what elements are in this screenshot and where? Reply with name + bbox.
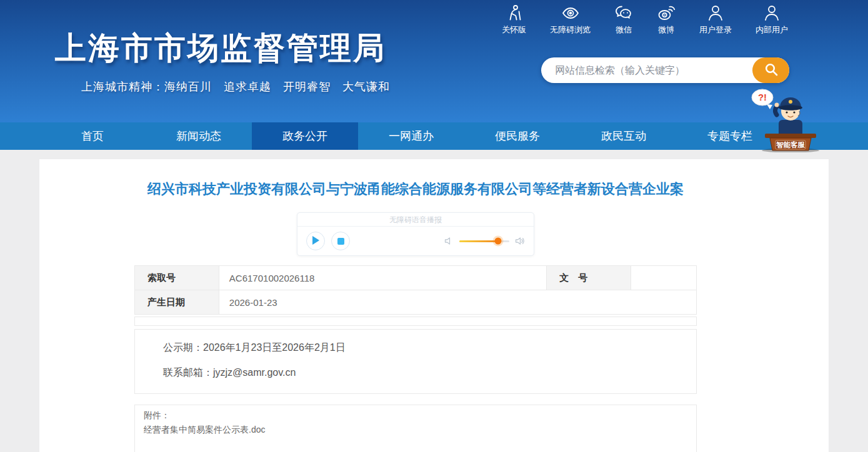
site-brand: 上海市市场监督管理局 上海城市精神：海纳百川 追求卓越 开明睿智 大气谦和 <box>55 27 390 94</box>
mascot-label: 智能客服 <box>776 140 806 149</box>
empty-table-row <box>134 317 697 326</box>
nav-item-home[interactable]: 首页 <box>39 122 146 150</box>
accessibility-audio-player: 无障碍语音播报 <box>297 212 534 256</box>
main-nav: 首页 新闻动态 政务公开 一网通办 便民服务 政民互动 专题专栏 <box>0 122 868 150</box>
document-meta-table: 索取号 AC61701002026118 文 号 产生日期 2026-01-23 <box>134 265 697 315</box>
mascot-speech-bubble: ?! <box>752 89 773 109</box>
eye-icon <box>561 4 580 22</box>
content-card: 绍兴市科技产业投资有限公司与宁波甬能综合能源服务有限公司等经营者新设合营企业案 … <box>39 159 829 452</box>
user-icon <box>762 4 781 22</box>
meta-value-issue-date: 2026-01-23 <box>219 290 696 315</box>
site-header: 关怀版 无障碍浏览 微信 微博 用户登录 <box>0 0 868 122</box>
elderly-icon <box>505 4 524 22</box>
volume-fill <box>459 240 498 242</box>
topbar-link-label: 无障碍浏览 <box>550 24 591 36</box>
meta-value-index-number: AC61701002026118 <box>219 266 546 290</box>
topbar-link-accessibility[interactable]: 无障碍浏览 <box>550 4 591 36</box>
search-button[interactable] <box>752 57 789 83</box>
stop-icon <box>337 238 344 245</box>
audio-player-title: 无障碍语音播报 <box>297 213 534 227</box>
meta-label-index-number: 索取号 <box>135 266 219 290</box>
topbar-link-wechat[interactable]: 微信 <box>614 4 633 36</box>
search-icon <box>764 62 779 79</box>
meta-value-doc-number <box>631 266 697 290</box>
mascot-officer <box>775 97 803 139</box>
contact-email-text: 联系邮箱：jyzjz@samr.gov.cn <box>163 366 684 380</box>
volume-handle[interactable] <box>494 238 501 245</box>
volume-mute-icon <box>444 236 454 246</box>
article-title: 绍兴市科技产业投资有限公司与宁波甬能综合能源服务有限公司等经营者新设合营企业案 <box>134 159 697 200</box>
page-background: 绍兴市科技产业投资有限公司与宁波甬能综合能源服务有限公司等经营者新设合营企业案 … <box>0 150 868 452</box>
volume-loud-icon <box>515 236 525 246</box>
topbar-link-label: 用户登录 <box>699 24 732 36</box>
topbar-link-weibo[interactable]: 微博 <box>657 4 676 36</box>
volume-slider[interactable] <box>459 240 509 242</box>
mascot-podium: 智能客服 <box>765 134 816 150</box>
stop-button[interactable] <box>331 232 350 250</box>
nav-item-news[interactable]: 新闻动态 <box>146 122 252 150</box>
site-title: 上海市市场监督管理局 <box>55 27 390 69</box>
smart-service-mascot[interactable]: ?! 智能客服 <box>749 87 833 152</box>
site-search <box>541 57 789 83</box>
topbar-quick-links: 关怀版 无障碍浏览 微信 微博 用户登录 <box>502 4 788 36</box>
topbar-link-care-version[interactable]: 关怀版 <box>502 4 526 36</box>
topbar-link-label: 微博 <box>658 24 674 36</box>
attachment-file-link[interactable]: 经营者集中简易案件公示表.doc <box>144 425 687 436</box>
notice-box: 公示期：2026年1月23日至2026年2月1日 联系邮箱：jyzjz@samr… <box>134 329 697 394</box>
nav-item-public-services[interactable]: 便民服务 <box>464 122 571 150</box>
user-icon <box>706 4 725 22</box>
attachment-section: 附件： 经营者集中简易案件公示表.doc <box>134 405 697 452</box>
meta-label-doc-number: 文 号 <box>547 266 631 290</box>
topbar-link-internal-user[interactable]: 内部用户 <box>756 4 788 36</box>
topbar-link-user-login[interactable]: 用户登录 <box>699 4 732 36</box>
weibo-icon <box>657 4 676 22</box>
attachment-label: 附件： <box>144 410 687 421</box>
publicity-period-text: 公示期：2026年1月23日至2026年2月1日 <box>163 341 684 355</box>
svg-text:?!: ?! <box>758 92 767 102</box>
play-button[interactable] <box>306 232 325 250</box>
play-icon <box>312 236 319 247</box>
wechat-icon <box>614 4 633 22</box>
table-row: 索取号 AC61701002026118 文 号 <box>135 266 697 290</box>
topbar-link-label: 微信 <box>616 24 632 36</box>
nav-item-interaction[interactable]: 政民互动 <box>571 122 677 150</box>
topbar-link-label: 内部用户 <box>756 24 788 36</box>
table-row: 产生日期 2026-01-23 <box>135 290 697 315</box>
topbar-link-label: 关怀版 <box>502 24 526 36</box>
nav-item-gov-affairs[interactable]: 政务公开 <box>252 122 358 150</box>
site-slogan: 上海城市精神：海纳百川 追求卓越 开明睿智 大气谦和 <box>81 79 390 94</box>
meta-label-issue-date: 产生日期 <box>135 290 219 315</box>
nav-item-online-services[interactable]: 一网通办 <box>358 122 464 150</box>
